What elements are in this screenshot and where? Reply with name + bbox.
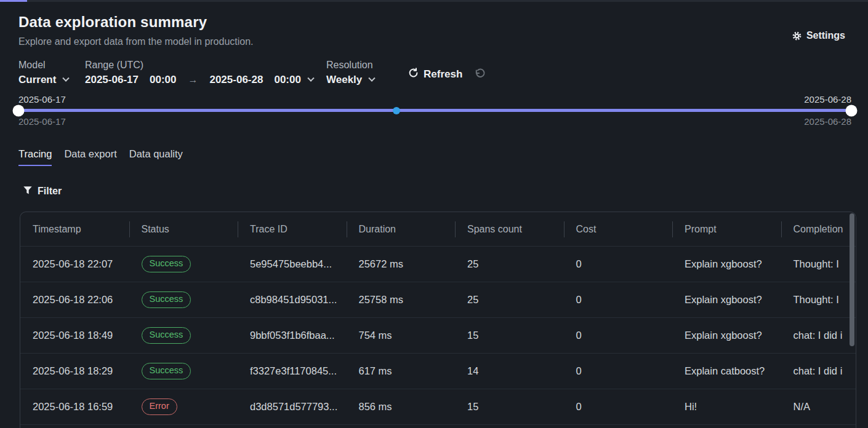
- settings-label: Settings: [806, 30, 845, 41]
- chevron-down-icon: [307, 75, 314, 82]
- filter-toggle-button[interactable]: Filter: [23, 186, 62, 197]
- model-label: Model: [18, 60, 68, 71]
- cell-completion: chat: I did i: [781, 330, 857, 341]
- cell-cost: 0: [564, 258, 673, 270]
- cell-spans-count: 25: [455, 258, 564, 270]
- range-dropdown[interactable]: 2025-06-1700:00 → 2025-06-2800:00: [85, 74, 313, 86]
- traces-table: TimestampStatusTrace IDDurationSpans cou…: [20, 212, 856, 428]
- refresh-icon: [408, 68, 419, 81]
- cell-cost: 0: [564, 330, 673, 341]
- tabs: TracingData exportData quality: [18, 148, 183, 166]
- status-badge: Success: [142, 327, 191, 344]
- column-header-status: Status: [129, 224, 238, 235]
- cell-spans-count: 14: [455, 365, 564, 377]
- column-header-cost: Cost: [564, 224, 673, 235]
- cell-trace-id: 5e95475beebb4...: [238, 258, 347, 270]
- cell-trace-id: d3d8571d577793...: [238, 401, 347, 413]
- tab-tracing[interactable]: Tracing: [18, 148, 52, 166]
- table-row[interactable]: 2025-06-18 22:07Success5e95475beebb4...2…: [20, 246, 856, 282]
- model-value: Current: [18, 74, 56, 86]
- cell-status: Success: [129, 327, 238, 344]
- date-range-slider: 2025-06-17 2025-06-28 2025-06-17 2025-06…: [18, 94, 851, 127]
- cell-duration: 25758 ms: [347, 294, 456, 306]
- cell-prompt: Explain xgboost?: [672, 330, 781, 341]
- slider-track[interactable]: [18, 109, 851, 112]
- status-badge: Success: [142, 291, 191, 308]
- cell-completion: N/A: [781, 401, 857, 413]
- cell-duration: 617 ms: [347, 365, 456, 377]
- cell-duration: 25672 ms: [347, 258, 456, 270]
- cell-trace-id: f3327e3f1170845...: [238, 365, 347, 377]
- tab-data-quality[interactable]: Data quality: [129, 148, 183, 166]
- table-row[interactable]: 2025-06-18 18:49Success9bbf053f1b6fbaa..…: [20, 317, 856, 353]
- slider-start-handle[interactable]: [13, 105, 25, 116]
- table-header-row: TimestampStatusTrace IDDurationSpans cou…: [20, 212, 856, 246]
- model-dropdown[interactable]: Current: [18, 74, 68, 86]
- range-end-date: 2025-06-28: [209, 74, 263, 86]
- cell-status: Success: [129, 256, 238, 272]
- resolution-dropdown[interactable]: Weekly: [326, 74, 374, 86]
- cell-trace-id: c8b98451d95031...: [238, 294, 347, 306]
- cell-cost: 0: [564, 401, 673, 413]
- settings-button[interactable]: Settings: [792, 30, 845, 41]
- cell-completion: Thought: I: [781, 294, 857, 306]
- cell-timestamp: 2025-06-18 22:06: [20, 294, 129, 306]
- cell-trace-id: 9bbf053f1b6fbaa...: [238, 330, 347, 341]
- cell-prompt: Hi!: [672, 401, 781, 413]
- model-control: Model Current: [18, 60, 68, 86]
- cell-cost: 0: [564, 365, 673, 377]
- cell-timestamp: 2025-06-18 18:49: [20, 330, 129, 341]
- table-row[interactable]: 2025-06-18 16:59Errord3d8571d577793...85…: [20, 389, 856, 424]
- slider-end-label-top: 2025-06-28: [804, 94, 851, 105]
- cell-spans-count: 15: [455, 330, 564, 341]
- column-header-prompt: Prompt: [672, 224, 781, 235]
- cell-timestamp: 2025-06-18 16:59: [20, 401, 129, 413]
- column-header-trace-id: Trace ID: [238, 224, 347, 235]
- resolution-label: Resolution: [326, 60, 374, 71]
- cell-timestamp: 2025-06-18 18:29: [20, 365, 129, 377]
- page-title: Data exploration summary: [18, 14, 207, 31]
- slider-start-label-bottom: 2025-06-17: [18, 116, 66, 127]
- refresh-button[interactable]: Refresh: [408, 68, 462, 81]
- cell-duration: 856 ms: [347, 401, 456, 413]
- refresh-label: Refresh: [424, 68, 462, 81]
- cell-timestamp: 2025-06-18 22:07: [20, 258, 129, 270]
- loading-progress-bar: [0, 0, 27, 2]
- status-badge: Error: [142, 398, 177, 415]
- cell-completion: Thought: I: [781, 258, 857, 270]
- slider-end-handle[interactable]: [846, 105, 858, 116]
- slider-midpoint-dot[interactable]: [393, 107, 400, 114]
- vertical-scrollbar[interactable]: [850, 213, 854, 346]
- table-body: 2025-06-18 22:07Success5e95475beebb4...2…: [20, 246, 856, 428]
- range-control: Range (UTC) 2025-06-1700:00 → 2025-06-28…: [85, 60, 313, 86]
- tab-data-export[interactable]: Data export: [64, 148, 116, 166]
- cell-status: Error: [129, 398, 238, 415]
- cell-cost: 0: [564, 294, 673, 306]
- arrow-right-icon: →: [188, 74, 198, 85]
- cell-prompt: Explain catboost?: [672, 365, 781, 377]
- cell-completion: chat: I did i: [781, 365, 857, 377]
- column-header-duration: Duration: [347, 224, 456, 235]
- slider-end-label-bottom: 2025-06-28: [804, 116, 851, 127]
- range-start-time: 00:00: [150, 74, 176, 86]
- status-badge: Success: [142, 363, 191, 379]
- cell-prompt: Explain xgboost?: [672, 294, 781, 306]
- chevron-down-icon: [63, 75, 70, 82]
- range-start-date: 2025-06-17: [85, 74, 139, 86]
- gear-icon: [792, 31, 802, 41]
- table-row[interactable]: 2025-06-18 22:06Successc8b98451d95031...…: [20, 282, 856, 317]
- cell-spans-count: 15: [455, 401, 564, 413]
- column-header-spans-count: Spans count: [455, 224, 564, 235]
- table-row[interactable]: 2025-06-18 18:29Successf3327e3f1170845..…: [20, 353, 856, 389]
- undo-history-button[interactable]: [474, 68, 486, 82]
- cell-prompt: Explain xgboost?: [672, 258, 781, 270]
- resolution-control: Resolution Weekly: [326, 60, 374, 86]
- resolution-value: Weekly: [326, 74, 362, 86]
- column-header-completion: Completion: [781, 224, 857, 235]
- undo-icon: [474, 73, 486, 82]
- status-badge: Success: [142, 256, 191, 272]
- range-end-time: 00:00: [274, 74, 300, 86]
- column-header-timestamp: Timestamp: [20, 224, 129, 235]
- page-subtitle: Explore and export data from the model i…: [18, 36, 254, 47]
- top-strip: [0, 0, 868, 2]
